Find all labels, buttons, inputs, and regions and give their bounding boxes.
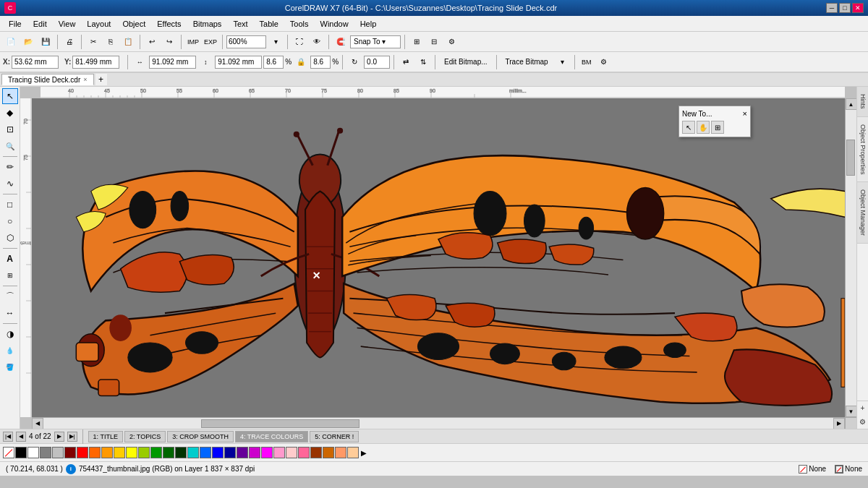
menu-layout[interactable]: Layout (81, 18, 116, 30)
color-swatch-3[interactable] (52, 447, 64, 458)
edit-bitmap-btn[interactable]: Edit Bitmap... (439, 54, 492, 70)
close-button[interactable]: ✕ (852, 3, 864, 13)
y-input[interactable] (72, 56, 119, 69)
smartdraw-tool[interactable]: ∿ (2, 176, 18, 192)
polygon-tool[interactable]: ⬡ (2, 230, 18, 246)
color-swatch-18[interactable] (237, 447, 248, 458)
info-icon[interactable]: i (66, 464, 76, 474)
menu-tools[interactable]: Tools (284, 18, 315, 30)
hscroll-left-btn[interactable]: ◀ (32, 418, 43, 429)
color-swatch-2[interactable] (40, 447, 51, 458)
horizontal-scrollbar[interactable]: ◀ ▶ (32, 417, 845, 429)
color-swatch-16[interactable] (212, 447, 224, 458)
print-btn[interactable]: 🖨 (61, 34, 77, 50)
object-properties-panel-tab[interactable]: Object Properties (857, 117, 868, 183)
node-tool[interactable]: ◆ (2, 105, 18, 121)
menu-file[interactable]: File (3, 18, 27, 30)
last-page-btn[interactable]: ▶| (67, 432, 77, 442)
height-input[interactable] (215, 56, 262, 69)
import-btn[interactable]: IMP (185, 34, 201, 50)
page-tab-trace-colours[interactable]: 4: TRACE COLOURS (235, 431, 308, 442)
maximize-button[interactable]: □ (839, 3, 851, 13)
freehand-tool[interactable]: ✏ (2, 159, 18, 175)
tooltip-zoom-icon[interactable]: ⊞ (711, 121, 724, 134)
interactive-tool[interactable]: ◑ (2, 326, 18, 342)
tooltip-close-btn[interactable]: × (743, 109, 747, 118)
vscroll-down-btn[interactable]: ▼ (846, 406, 857, 417)
scale-x-input[interactable] (263, 56, 284, 69)
color-swatch-26[interactable] (335, 447, 346, 458)
paste-btn[interactable]: 📋 (120, 34, 136, 50)
hscroll-right-btn[interactable]: ▶ (833, 418, 845, 429)
page-tab-corner-![interactable]: 5: CORNER ! (310, 431, 359, 442)
color-swatch-10[interactable] (138, 447, 150, 458)
color-swatch-11[interactable] (150, 447, 162, 458)
full-screen-btn[interactable]: ⛶ (292, 34, 307, 50)
color-swatch-19[interactable] (249, 447, 260, 458)
color-swatch-1[interactable] (27, 447, 39, 458)
snap-to-dropdown[interactable]: Snap To ▾ (350, 35, 401, 48)
prev-page-btn[interactable]: ◀ (16, 432, 26, 442)
crop-tool[interactable]: ⊡ (2, 121, 18, 137)
color-swatch-23[interactable] (298, 447, 310, 458)
eyedropper-tool[interactable]: 💧 (2, 343, 18, 359)
save-btn[interactable]: 💾 (38, 34, 54, 50)
color-swatch-21[interactable] (273, 447, 285, 458)
color-swatch-24[interactable] (310, 447, 322, 458)
distribute-btn[interactable]: ⊟ (426, 34, 442, 50)
no-color-swatch[interactable] (3, 447, 14, 458)
view-btn[interactable]: 👁 (309, 34, 325, 50)
hints-panel-tab[interactable]: Hints (857, 87, 868, 117)
color-swatch-4[interactable] (64, 447, 76, 458)
title-bar-controls[interactable]: ─ □ ✕ (826, 3, 864, 13)
new-btn[interactable]: 📄 (3, 34, 19, 50)
width-input[interactable] (149, 56, 196, 69)
object-manager-panel-tab[interactable]: Object Manager (857, 182, 868, 244)
copy-btn[interactable]: ⎘ (103, 34, 119, 50)
color-swatch-6[interactable] (89, 447, 101, 458)
redo-btn[interactable]: ↪ (161, 34, 177, 50)
bitmap-opt-btn[interactable]: ⚙ (596, 54, 612, 70)
menu-edit[interactable]: Edit (27, 18, 53, 30)
color-swatch-27[interactable] (347, 447, 359, 458)
color-swatch-8[interactable] (114, 447, 125, 458)
page-tab-crop-smooth[interactable]: 3: CROP SMOOTH (167, 431, 234, 442)
panel-settings-btn[interactable]: ⚙ (857, 415, 868, 429)
menu-window[interactable]: Window (315, 18, 354, 30)
panel-expand-btn[interactable]: + (857, 401, 868, 415)
page-tab-title[interactable]: 1: TITLE (88, 431, 123, 442)
tooltip-hand-icon[interactable]: ✋ (697, 121, 710, 134)
table-tool[interactable]: ⊞ (2, 267, 18, 283)
color-swatch-22[interactable] (286, 447, 297, 458)
canvas-area[interactable]: × (32, 98, 845, 417)
color-swatch-20[interactable] (261, 447, 273, 458)
first-page-btn[interactable]: |◀ (3, 432, 13, 442)
menu-help[interactable]: Help (354, 18, 383, 30)
next-page-btn[interactable]: ▶ (54, 432, 64, 442)
trace-dropdown-btn[interactable]: ▾ (555, 54, 571, 70)
color-swatch-17[interactable] (224, 447, 236, 458)
new-tab-btn[interactable]: + (95, 74, 107, 85)
color-swatch-13[interactable] (175, 447, 187, 458)
menu-effects[interactable]: Effects (151, 18, 187, 30)
undo-btn[interactable]: ↩ (144, 34, 160, 50)
rectangle-tool[interactable]: □ (2, 197, 18, 213)
menu-text[interactable]: Text (227, 18, 253, 30)
tooltip-cursor-icon[interactable]: ↖ (682, 121, 695, 134)
color-swatch-7[interactable] (101, 447, 113, 458)
angle-input[interactable] (364, 56, 390, 69)
color-swatch-9[interactable] (126, 447, 137, 458)
ellipse-tool[interactable]: ○ (2, 213, 18, 229)
document-tab[interactable]: Tracing Slide Deck.cdr × (1, 74, 94, 85)
color-swatch-15[interactable] (200, 447, 211, 458)
x-input[interactable] (12, 56, 59, 69)
options-btn[interactable]: ⚙ (443, 34, 459, 50)
minimize-button[interactable]: ─ (826, 3, 838, 13)
trace-bitmap-btn[interactable]: Trace Bitmap (501, 54, 553, 70)
mirror-h-btn[interactable]: ⇄ (398, 54, 414, 70)
color-swatch-14[interactable] (187, 447, 199, 458)
align-btn[interactable]: ⊞ (409, 34, 425, 50)
mirror-v-btn[interactable]: ⇅ (415, 54, 431, 70)
color-swatch-5[interactable] (77, 447, 88, 458)
document-tab-close[interactable]: × (83, 76, 87, 83)
